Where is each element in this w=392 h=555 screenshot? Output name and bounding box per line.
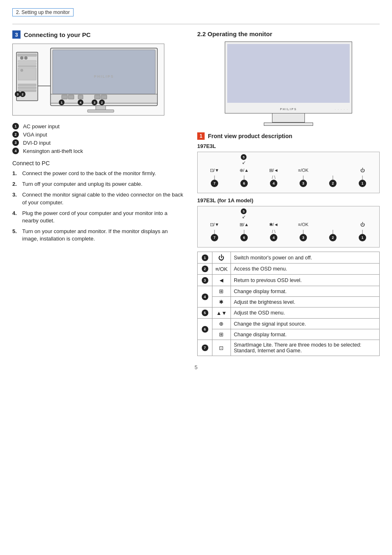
btn-arrow-row-m1: | | / \ | | |: [201, 175, 376, 180]
row1-num: 1: [198, 252, 212, 264]
row4a-icon: ⊞: [212, 286, 231, 297]
num-7-m2: 7: [211, 234, 218, 241]
num-4-m2: 4: [270, 234, 277, 241]
row2-callout: 2: [202, 266, 208, 272]
num-1-m2: 1: [359, 234, 366, 241]
num-2-m1: 2: [329, 180, 337, 187]
row7-num: 7: [198, 340, 212, 356]
row1-icon: ⏻: [212, 252, 231, 264]
front-view-num: 1: [197, 132, 205, 140]
section3-heading: 3 Connecting to your PC: [12, 30, 185, 39]
num-1-m1: 1: [359, 180, 366, 187]
svg-rect-18: [53, 50, 155, 94]
svg-text:PHILIPS: PHILIPS: [94, 74, 114, 79]
section3-title: Connecting to your PC: [24, 31, 91, 38]
svg-rect-5: [18, 63, 36, 65]
section22-heading: 2.2 Operating the monitor: [197, 30, 380, 37]
num-2-m2: 2: [329, 234, 337, 241]
svg-point-2: [20, 56, 23, 60]
callout-3: 3: [12, 139, 19, 146]
num-7-m1: 7: [211, 180, 218, 187]
model2-label: 197E3L (for 1A model): [197, 197, 380, 204]
row6a-icon: ⊕: [212, 319, 231, 329]
model1-label: 197E3L: [197, 143, 380, 149]
connection-diagram: 3 2 PHILIPS: [12, 44, 164, 116]
row2-num: 2: [198, 264, 212, 275]
callout-1: 1: [12, 123, 19, 130]
btn-diagram-model2: 5 ↙ ⊡/▼ ⊞/▲ ✱/◄ ≡/OK ⏻ | | / \ | |: [197, 206, 380, 247]
num-6-m2: 6: [240, 234, 248, 241]
arrow-4-m2: / \: [267, 229, 280, 234]
svg-rect-21: [62, 95, 67, 99]
num-6-m1: 6: [240, 180, 248, 187]
btn-sym-4-m2: ✱/◄: [267, 222, 280, 227]
btn-num-row-m1: 7 6 4 3 2 1: [201, 180, 376, 187]
table-row-1: 1 ⏻ Switch monitor's power on and off.: [198, 252, 380, 264]
svg-rect-25: [95, 95, 100, 99]
row6b-icon: ⊞: [212, 329, 231, 340]
btn-sym-1-m1: ⏻: [356, 168, 369, 173]
btn-sym-1-m2: ⏻: [356, 222, 369, 227]
svg-rect-22: [68, 95, 74, 99]
row2-icon: ≡/OK: [212, 264, 231, 275]
input-item-4: 4 Kensington anti-theft lock: [12, 148, 185, 154]
svg-text:2: 2: [22, 92, 24, 96]
step-2: 2. Turn off your computer and unplug its…: [12, 180, 185, 188]
callout5-num-m1: 5: [241, 154, 247, 160]
row3-num: 3: [198, 275, 212, 286]
function-table: 1 ⏻ Switch monitor's power on and off. 2…: [197, 252, 380, 356]
row2-desc: Access the OSD menu.: [231, 264, 379, 275]
monitor-screen: [227, 44, 350, 103]
btn-sym-3-m2: ≡/OK: [297, 222, 309, 227]
svg-rect-9: [18, 84, 36, 86]
callout-2: 2: [12, 131, 19, 138]
row7-desc: SmartImage Lite. There are three modes t…: [231, 340, 379, 356]
row4-num: 4: [198, 286, 212, 308]
svg-rect-6: [18, 65, 36, 67]
step-1: 1. Connect the power cord to the back of…: [12, 170, 185, 177]
row3-callout: 3: [202, 277, 208, 284]
monitor-brand-label: PHILIPS: [280, 108, 297, 111]
btn-sym-7-m1: ⊡/▼: [208, 168, 221, 173]
btn-row-symbols-m1: ⊡/▼ ⊕/▲ ⊞/◄ ≡/OK ⏻: [201, 167, 376, 173]
left-column: 3 Connecting to your PC: [12, 30, 185, 246]
svg-rect-11: [18, 90, 36, 92]
front-view-title: Front view product description: [208, 133, 292, 139]
callout-4: 4: [12, 148, 19, 154]
table-row-4b: ✱ Adjust the brightness level.: [198, 297, 380, 308]
input-list: 1 AC power input 2 VGA input 3 DVI-D inp…: [12, 123, 185, 154]
table-row-2: 2 ≡/OK Access the OSD menu.: [198, 264, 380, 275]
callout5-arrow-m2: ↙: [242, 214, 246, 220]
row3-desc: Return to previous OSD level.: [231, 275, 379, 286]
steps-list: 1. Connect the power cord to the back of…: [12, 170, 185, 243]
svg-text:3: 3: [17, 92, 19, 96]
arrow-7-m2: |: [208, 229, 221, 234]
step-5: 5. Turn on your computer and monitor. If…: [12, 228, 185, 243]
callout5-arrow-m1: ↙: [242, 160, 246, 165]
num-3-m2: 3: [300, 234, 307, 241]
table-row-5: 5 ▲▼ Adjust the OSD menu.: [198, 308, 380, 319]
row7-icon: ⊡: [212, 340, 231, 356]
row1-desc: Switch monitor's power on and off.: [231, 252, 379, 264]
callout5-num-m2: 5: [241, 208, 247, 214]
arrow-2-m1: |: [327, 175, 339, 180]
row6-num: 6: [198, 319, 212, 340]
svg-point-8: [21, 69, 23, 72]
svg-point-3: [24, 56, 28, 60]
btn-sym-6-m1: ⊕/▲: [238, 168, 250, 173]
svg-text:1: 1: [61, 101, 63, 104]
row5-num: 5: [198, 308, 212, 319]
btn-sym-7-m2: ⊡/▼: [208, 222, 221, 227]
connect-heading: Connect to PC: [12, 160, 185, 166]
svg-text:2: 2: [101, 101, 103, 104]
arrow-4-m1: / \: [267, 175, 280, 180]
table-row-6a: 6 ⊕ Change the signal input source.: [198, 319, 380, 329]
arrow-6-m1: |: [238, 175, 250, 180]
row5-callout: 5: [202, 310, 208, 316]
monitor-right-wrap: PHILIPS · · · · ·: [197, 42, 380, 126]
arrow-3-m1: |: [297, 175, 309, 180]
btn-arrow-row-m2: | | / \ | | |: [201, 229, 376, 234]
page-number: 5: [12, 364, 380, 370]
row7-callout: 7: [202, 345, 208, 351]
num-4-m1: 4: [270, 180, 277, 187]
